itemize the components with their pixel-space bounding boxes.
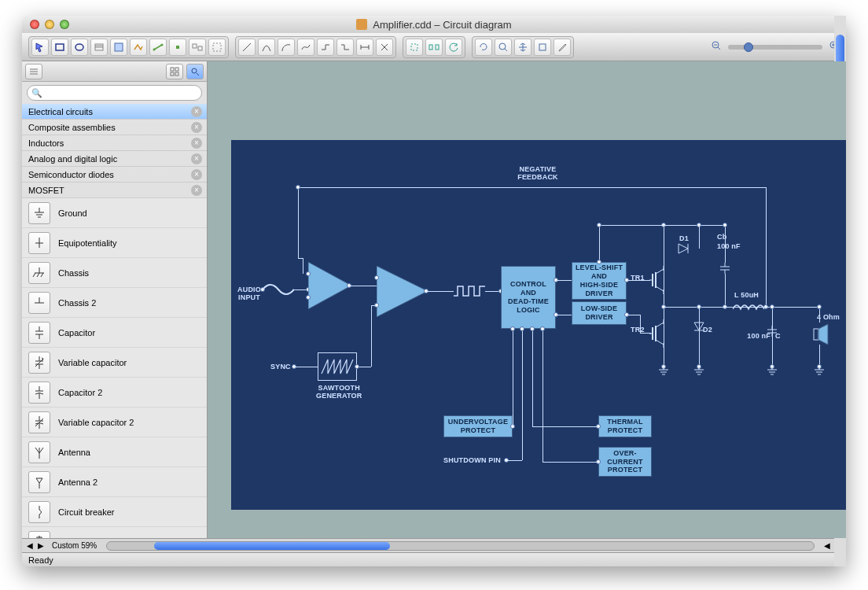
- block-level-shift[interactable]: LEVEL-SHIFT AND HIGH-SIDE DRIVER: [572, 262, 627, 300]
- label-audio-input: AUDIO INPUT: [237, 286, 261, 301]
- ellipse-tool[interactable]: [71, 39, 88, 56]
- svg-rect-18: [436, 45, 439, 50]
- svg-rect-9: [193, 44, 197, 48]
- svg-marker-76: [377, 266, 428, 317]
- label-shutdown: SHUTDOWN PIN: [443, 456, 501, 464]
- pointer-tool[interactable]: [31, 39, 49, 56]
- svg-line-37: [197, 73, 199, 76]
- zoom-out-icon[interactable]: [711, 40, 722, 54]
- close-icon[interactable]: ×: [191, 169, 202, 180]
- close-icon[interactable]: ×: [191, 185, 202, 196]
- block-low-side[interactable]: LOW-SIDE DRIVER: [572, 301, 627, 325]
- shape-variable-capacitor-2[interactable]: Variable capacitor 2: [22, 407, 207, 437]
- horizontal-scrollbar[interactable]: [106, 541, 815, 551]
- shape-antenna-2[interactable]: Antenna 2: [22, 467, 207, 497]
- shape-list[interactable]: Ground Equipotentiality Chassis Chassis …: [22, 198, 207, 538]
- svg-line-48: [41, 273, 43, 277]
- route-tool[interactable]: [337, 39, 354, 56]
- tr1-symbol[interactable]: [649, 266, 668, 294]
- speaker-symbol[interactable]: [809, 323, 833, 346]
- text-tool[interactable]: [90, 39, 108, 56]
- capacitor-icon: [28, 322, 50, 344]
- group-tool[interactable]: [189, 39, 206, 56]
- block-thermal[interactable]: THERMAL PROTECT: [598, 415, 652, 437]
- svg-marker-116: [818, 324, 828, 345]
- shape-fuse[interactable]: Fuse: [22, 527, 207, 538]
- shape-chassis-2[interactable]: Chassis 2: [22, 288, 207, 318]
- select-tool[interactable]: [110, 39, 127, 56]
- eyedropper-tool[interactable]: [554, 39, 571, 56]
- rect-tool[interactable]: [51, 39, 68, 56]
- block-overcurrent[interactable]: OVER- CURRENT PROTECT: [598, 447, 652, 477]
- pan-tool[interactable]: [514, 39, 531, 56]
- svg-rect-0: [56, 44, 64, 50]
- diagram-canvas[interactable]: NEGATIVE FEEDBACK AUDIO INPUT: [231, 140, 846, 510]
- polyline-tool[interactable]: [130, 39, 147, 56]
- fuse-icon: [28, 531, 50, 539]
- shape-capacitor[interactable]: Capacitor: [22, 318, 207, 348]
- antenna-icon: [28, 441, 50, 463]
- distribute-tool[interactable]: [425, 39, 443, 56]
- tree-tab[interactable]: [25, 64, 42, 79]
- shape-antenna[interactable]: Antenna: [22, 437, 207, 467]
- node-tool[interactable]: [169, 39, 186, 56]
- equipotentiality-icon: [28, 232, 50, 254]
- tab-prev-icon[interactable]: ◀: [27, 541, 33, 550]
- svg-point-36: [192, 68, 197, 73]
- svg-rect-34: [171, 72, 174, 76]
- spline-tool[interactable]: [297, 39, 314, 56]
- close-icon[interactable]: ×: [191, 106, 202, 117]
- close-icon[interactable]: ×: [191, 122, 202, 133]
- shape-variable-capacitor[interactable]: Variable capacitor: [22, 348, 207, 378]
- scroll-left-icon[interactable]: ◀: [824, 541, 830, 550]
- search-tab[interactable]: [186, 64, 204, 79]
- close-icon[interactable]: ×: [191, 153, 202, 164]
- svg-rect-35: [175, 72, 178, 76]
- rotate-tool[interactable]: [445, 39, 462, 56]
- block-undervoltage[interactable]: UNDERVOLTAGE PROTECT: [443, 415, 513, 437]
- category-electrical-circuits[interactable]: Electrical circuits×: [22, 104, 207, 120]
- ungroup-tool[interactable]: [208, 39, 226, 56]
- grid-tab[interactable]: [166, 64, 183, 79]
- orthogonal-tool[interactable]: [317, 39, 334, 56]
- d1-symbol[interactable]: [675, 241, 691, 256]
- line-tool[interactable]: [238, 39, 256, 56]
- curve-tool[interactable]: [258, 39, 275, 56]
- search-input[interactable]: [27, 85, 202, 101]
- tr2-symbol[interactable]: [649, 319, 668, 348]
- zoom-tool[interactable]: [495, 39, 512, 56]
- close-icon[interactable]: ×: [191, 138, 202, 149]
- block-control[interactable]: CONTROL AND DEAD-TIME LOGIC: [501, 266, 556, 329]
- connector-tool[interactable]: [149, 39, 167, 56]
- shape-circuit-breaker[interactable]: Circuit breaker: [22, 497, 207, 527]
- shape-ground[interactable]: Ground: [22, 198, 207, 228]
- canvas-area[interactable]: NEGATIVE FEEDBACK AUDIO INPUT: [208, 61, 846, 538]
- shape-equipotentiality[interactable]: Equipotentiality: [22, 228, 207, 258]
- fit-tool[interactable]: [534, 39, 551, 56]
- label-sawtooth: SAWTOOTH GENERATOR: [316, 384, 362, 400]
- category-list: Electrical circuits× Composite assemblie…: [22, 104, 207, 198]
- scissors-tool[interactable]: [376, 39, 393, 56]
- arc-tool[interactable]: [278, 39, 295, 56]
- zoom-slider[interactable]: [728, 45, 822, 50]
- shape-capacitor-2[interactable]: Capacitor 2: [22, 378, 207, 407]
- cb-symbol[interactable]: [719, 263, 731, 274]
- dimension-tool[interactable]: [356, 39, 373, 56]
- shape-chassis[interactable]: Chassis: [22, 258, 207, 288]
- block-sawtooth[interactable]: [318, 352, 357, 381]
- inductor-symbol[interactable]: [733, 301, 764, 312]
- category-inductors[interactable]: Inductors×: [22, 135, 207, 151]
- category-analog-digital-logic[interactable]: Analog and digital logic×: [22, 151, 207, 167]
- variable-capacitor-2-icon: [28, 411, 50, 433]
- svg-rect-10: [198, 46, 202, 50]
- category-mosfet[interactable]: MOSFET×: [22, 183, 207, 198]
- c-symbol[interactable]: [766, 326, 778, 337]
- refresh-tool[interactable]: [475, 39, 492, 56]
- zoom-label: Custom 59%: [52, 541, 97, 550]
- category-semiconductor-diodes[interactable]: Semiconductor diodes×: [22, 167, 207, 183]
- align-tool[interactable]: [406, 39, 423, 56]
- sidebar: 🔍 Electrical circuits× Composite assembl…: [22, 61, 208, 538]
- svg-line-20: [505, 49, 507, 51]
- category-composite-assemblies[interactable]: Composite assemblies×: [22, 120, 207, 135]
- tab-next-icon[interactable]: ▶: [38, 541, 44, 550]
